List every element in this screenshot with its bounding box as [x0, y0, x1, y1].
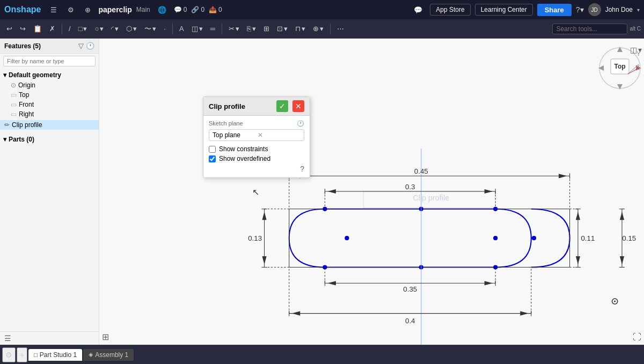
tree-section: ▾ Default geometry ⊙ Origin ▭ Top ▭ Fron… — [0, 69, 99, 120]
redo-btn[interactable]: ↪ — [17, 23, 29, 34]
svg-marker-29 — [262, 212, 266, 220]
dimension-icon: ◫ — [192, 25, 198, 33]
show-constraints-row: Show constraints — [209, 145, 304, 153]
appstore-button[interactable]: App Store — [430, 4, 470, 16]
transform-icon: ⊡ — [277, 25, 283, 33]
snaps-btn[interactable]: ⊕▾ — [310, 23, 327, 34]
rectangle-btn[interactable]: □▾ — [75, 23, 91, 34]
polygon-btn[interactable]: ⬡▾ — [123, 23, 140, 34]
dialog-help-icon[interactable]: ? — [300, 165, 304, 173]
tab-settings-btn[interactable]: ⚙ — [2, 347, 16, 362]
clock-icon[interactable]: 🕐 — [86, 42, 94, 50]
tab-add-icon: + — [20, 351, 24, 359]
help-button[interactable]: ?▾ — [576, 5, 584, 14]
plane-icon-front: ▭ — [11, 101, 17, 108]
svg-text:0.35: 0.35 — [403, 285, 417, 293]
svg-marker-60 — [520, 311, 528, 316]
line-btn[interactable]: / — [65, 23, 74, 34]
comment-icon: 💬 — [174, 6, 182, 13]
dimension-btn[interactable]: ◫▾ — [188, 23, 206, 34]
sketch-history-btn[interactable]: 📋 — [30, 23, 45, 34]
undo-btn[interactable]: ↩ — [3, 23, 16, 34]
parts-header[interactable]: ▾ Parts (0) — [0, 134, 99, 145]
arc-icon: ◜ — [111, 25, 114, 33]
trim-btn[interactable]: ✂▾ — [225, 23, 243, 34]
nav-globe-btn[interactable]: 🌐 — [155, 4, 170, 16]
clock-icon[interactable]: 🕐 — [297, 120, 304, 127]
settings-icon: ⚙ — [68, 6, 74, 14]
tab-add-btn[interactable]: + — [17, 347, 27, 362]
share-button[interactable]: Share — [537, 4, 572, 16]
default-geometry-label: Default geometry — [9, 71, 61, 79]
more-btn[interactable]: ⋯ — [334, 23, 347, 34]
svg-marker-37 — [327, 281, 335, 285]
plane-selector[interactable]: Top plane ✕ — [209, 129, 304, 141]
clip-profile-item[interactable]: ✏ Clip profile — [0, 120, 99, 130]
part-studio-label: Part Studio 1 — [40, 351, 77, 359]
viewport[interactable]: Clip profile — [99, 39, 644, 345]
bottom-right-icon[interactable]: ⛶ — [633, 332, 641, 342]
chat-btn[interactable]: 💬 — [411, 4, 426, 16]
filter-input[interactable] — [3, 56, 96, 66]
line-icon: / — [69, 25, 71, 33]
svg-marker-38 — [485, 281, 493, 285]
right-label: Right — [19, 110, 34, 118]
svg-marker-53 — [620, 212, 624, 220]
transform-btn[interactable]: ⊡▾ — [274, 23, 291, 34]
polygon-icon: ⬡ — [126, 25, 132, 33]
origin-item[interactable]: ⊙ Origin — [0, 80, 99, 90]
list-icon[interactable]: ☰ — [4, 334, 11, 343]
plane-clear-button[interactable]: ✕ — [258, 131, 301, 139]
circle-btn[interactable]: ○▾ — [91, 23, 107, 34]
nav-settings-btn[interactable]: ⚙ — [64, 4, 77, 16]
top-item[interactable]: ▭ Top — [0, 90, 99, 100]
sketch-plane-label: Sketch plane 🕐 — [209, 120, 304, 127]
dim-035: 0.35 — [325, 267, 495, 293]
svg-text:0.13: 0.13 — [248, 234, 262, 242]
origin-label: Origin — [18, 81, 35, 89]
features-title: Features (5) — [4, 42, 76, 50]
clip-cancel-button[interactable]: ✕ — [292, 100, 304, 112]
clip-confirm-button[interactable]: ✓ — [276, 100, 288, 112]
nav-hamburger-btn[interactable]: ☰ — [47, 4, 60, 16]
search-tools-input[interactable] — [552, 24, 627, 34]
plane-icon-top: ▭ — [11, 91, 17, 99]
clip-dialog-body: Sketch plane 🕐 Top plane ✕ Show constrai… — [203, 116, 310, 177]
svg-marker-46 — [576, 256, 580, 264]
show-constraints-checkbox[interactable] — [209, 146, 216, 153]
dim-045: 0.45 — [289, 167, 570, 209]
assembly-tab[interactable]: ◈ Assembly 1 — [83, 349, 134, 361]
exit-sketch-btn[interactable]: ✗ — [46, 23, 58, 34]
front-item[interactable]: ▭ Front — [0, 100, 99, 109]
show-overdefined-checkbox[interactable] — [209, 155, 216, 162]
right-item[interactable]: ▭ Right — [0, 109, 99, 119]
learning-center-button[interactable]: Learning Center — [475, 4, 533, 16]
show-constraints-label: Show constraints — [219, 145, 268, 153]
equal-btn[interactable]: ═ — [207, 23, 218, 34]
arc-btn[interactable]: ◜▾ — [108, 23, 122, 34]
filter-icon[interactable]: ▽ — [78, 42, 84, 50]
default-geometry-header[interactable]: ▾ Default geometry — [0, 70, 99, 80]
nav-add-btn[interactable]: ⊕ — [82, 4, 94, 16]
text-btn[interactable]: A — [176, 23, 187, 34]
globe-icon: 🌐 — [158, 6, 166, 14]
text-icon: A — [179, 25, 184, 33]
constraints-btn[interactable]: ⊓▾ — [292, 23, 309, 34]
bottom-left-icon[interactable]: ⊞ — [102, 332, 109, 342]
mirror-btn[interactable]: ⊞ — [260, 23, 273, 34]
part-studio-tab[interactable]: □ Part Studio 1 — [28, 349, 82, 361]
copy-btn[interactable]: ⎘▾ — [244, 23, 259, 34]
spline-btn[interactable]: 〜▾ — [141, 23, 159, 35]
sketch-history-icon: 📋 — [33, 25, 42, 33]
reference-center — [614, 301, 616, 302]
view-toggle-btn[interactable]: ◫▾ — [627, 44, 644, 56]
point-btn[interactable]: · — [160, 23, 169, 34]
sketch-icon: ✏ — [4, 121, 10, 129]
top-nav: Onshape ☰ ⚙ ⊕ paperclip Main 🌐 💬 0 🔗 0 📤… — [0, 0, 644, 19]
separator-2 — [172, 24, 173, 34]
hamburger-icon: ☰ — [50, 6, 57, 14]
sketch-canvas: Clip profile — [99, 39, 644, 345]
undo-icon: ↩ — [6, 25, 12, 33]
svg-marker-22 — [485, 189, 493, 194]
onshape-logo[interactable]: Onshape — [4, 5, 41, 14]
